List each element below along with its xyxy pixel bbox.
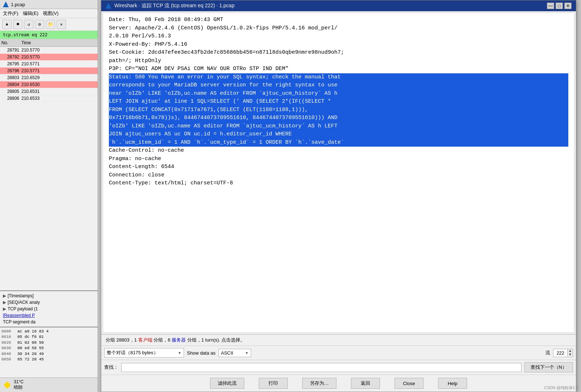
client-label: 客户端 [138,337,152,343]
packet-info: 分组 28803，1 客户端 分组，6 服务器 分组，1 turn(s). 点击… [106,337,245,343]
tree-item-tcpsegment[interactable]: TCP segment da [1,319,96,325]
stream-arrows[interactable]: ▲ ▼ [567,349,573,356]
stream-value: 222 [553,349,567,357]
back-button[interactable]: 返回 [351,378,380,389]
packet-list[interactable]: 28791 210.5770 28792 210.5770 28795 210.… [0,47,98,290]
content-area[interactable]: Date: Thu, 08 Feb 2018 08:49:43 GMTServe… [103,13,574,333]
filter-text: tcp.stream eq 222 [3,32,48,37]
stream-down-arrow[interactable]: ▼ [568,353,573,356]
show-data-label: Show data as [187,350,216,356]
hex-row: 0010 05 dc f6 01 [1,334,96,340]
tree-label-seqack: [SEQ/ACK analy [8,300,40,305]
left-title: 1.pcap [11,2,25,7]
conversation-combo[interactable]: 整个对话（8175 bytes） ▼ [104,348,184,358]
hex-row: 0040 30 34 20 49 [1,351,96,357]
hex-panel: 0000 ac a0 16 83 4 0010 05 dc f6 01 0020… [0,327,98,377]
table-row[interactable]: 28796 210.5771 [0,68,98,74]
menu-edit[interactable]: 编辑(E) [23,10,38,17]
toolbar-btn-2[interactable]: ■ [13,20,22,29]
table-row[interactable]: 28805 210.6531 [0,88,98,95]
close-button[interactable]: ✕ [564,3,572,9]
expand-icon: ▶ [3,300,6,305]
search-input[interactable] [121,363,521,372]
toolbar: ▲ ■ ↺ ⚙ 📁 ✕ [0,18,98,31]
search-row: 查找： 查找下一个（N） [101,360,576,375]
search-label: 查找： [104,364,118,371]
close-dialog-button[interactable]: Close [394,378,424,389]
menu-view[interactable]: 视图(V) [43,10,58,17]
chevron-down-icon: ▼ [178,351,181,355]
show-data-value: ASCII [221,350,233,356]
toolbar-btn-6[interactable]: ✕ [57,20,66,29]
table-row[interactable]: 28804 210.6530 [0,81,98,88]
dialog-title-text: Wireshark · 追踪 TCP 流 (tcp.stream eq 222)… [114,3,234,9]
title-buttons: — □ ✕ [547,3,572,9]
hex-row: 0050 65 72 20 45 [1,357,96,362]
toolbar-btn-4[interactable]: ⚙ [35,20,44,29]
weather-text: 31°C晴朗 [14,379,24,391]
stream-up-arrow[interactable]: ▲ [568,349,573,353]
table-row[interactable]: 28795 210.5771 [0,61,98,68]
weather-icon [3,381,12,389]
hex-row: 0030 00 ed 58 55 [1,346,96,351]
tree-label-tcpsegment: TCP segment da [3,319,36,324]
dialog-title-left: Wireshark · 追踪 TCP 流 (tcp.stream eq 222)… [106,3,234,9]
menu-file[interactable]: 文件(F) [3,10,19,17]
tree-item-reassembled[interactable]: [Reassembled P [1,312,96,319]
table-row[interactable]: 28792 210.5770 [0,54,98,61]
toolbar-btn-3[interactable]: ↺ [24,20,33,29]
watermark: CSDN @纯粒体2.0 [544,385,578,391]
expand-icon: ▶ [3,293,6,298]
tcp-dialog: Wireshark · 追踪 TCP 流 (tcp.stream eq 222)… [101,0,576,392]
dialog-title-bar: Wireshark · 追踪 TCP 流 (tcp.stream eq 222)… [101,0,576,11]
tree-label-timestamps: [Timestamps] [8,293,34,298]
toolbar-btn-5[interactable]: 📁 [46,20,55,29]
packet-list-header: No. Time [0,39,98,47]
chevron-down-icon-2: ▼ [245,351,249,355]
detail-tree: ▶ [Timestamps] ▶ [SEQ/ACK analy ▶ TCP pa… [0,290,98,327]
tree-label-reassembled: [Reassembled P [3,313,35,318]
save-as-button[interactable]: 另存为… [302,378,336,389]
bottom-controls: 整个对话（8175 bytes） ▼ Show data as ASCII ▼ … [101,346,576,360]
print-button[interactable]: 打印 [259,378,288,389]
search-next-button[interactable]: 查找下一个（N） [524,362,573,372]
tree-item-tcppayload[interactable]: ▶ TCP payload (1 [1,306,96,312]
tree-item-timestamps[interactable]: ▶ [Timestamps] [1,293,96,299]
bottom-info: 分组 28803，1 客户端 分组，6 服务器 分组，1 turn(s). 点击… [101,334,576,346]
hex-row: 0020 01 02 00 50 [1,340,96,346]
tree-item-seqack[interactable]: ▶ [SEQ/ACK analy [1,299,96,306]
server-label: 服务器 [172,337,186,343]
dialog-title-icon [106,3,111,9]
show-data-combo[interactable]: ASCII ▼ [218,349,251,357]
left-panel: 1.pcap 文件(F) 编辑(E) 视图(V) ▲ ■ ↺ ⚙ 📁 ✕ tcp… [0,0,98,392]
table-row[interactable]: 28803 210.6529 [0,74,98,81]
menu-bar: 文件(F) 编辑(E) 视图(V) [0,9,98,18]
stream-spinner[interactable]: 222 ▲ ▼ [553,349,573,357]
filter-bar: tcp.stream eq 222 [0,31,98,39]
table-row[interactable]: 28791 210.5770 [0,47,98,54]
stream-label: 流 [545,350,550,356]
left-title-bar: 1.pcap [0,0,98,9]
hex-row: 0000 ac a0 16 83 4 [1,329,96,334]
help-button[interactable]: Help [438,378,467,389]
restore-button[interactable]: □ [556,3,563,9]
table-row[interactable]: 28806 210.6533 [0,95,98,102]
toolbar-btn-1[interactable]: ▲ [2,20,12,29]
col-header-no: No. [1,40,21,45]
shark-icon [3,1,9,7]
filter-stream-button[interactable]: 滤掉此流 [210,378,244,389]
minimize-button[interactable]: — [547,3,554,9]
status-bar: 31°C晴朗 [0,377,98,392]
tree-label-tcppayload: TCP payload (1 [8,306,38,311]
expand-icon: ▶ [3,306,6,311]
bottom-buttons: 滤掉此流 打印 另存为… 返回 Close Help [101,375,576,392]
conversation-label: 整个对话（8175 bytes） [107,350,158,356]
col-header-time: Time [21,40,50,45]
